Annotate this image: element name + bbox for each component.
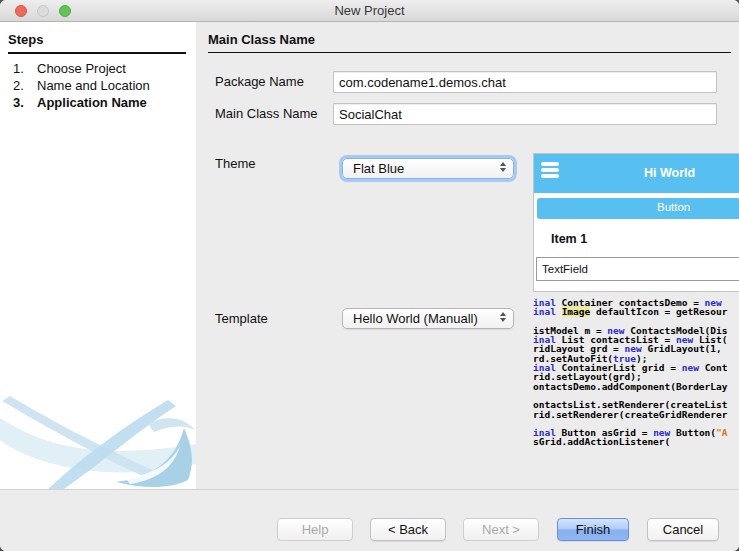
preview-title: Hi World [644,166,695,180]
select-stepper-icon [500,312,506,322]
steps-list: 1.Choose Project2.Name and Location3.App… [0,60,196,111]
step-label: Application Name [26,95,147,110]
main-class-name-input[interactable] [333,103,717,125]
next-button: Next > [463,518,539,541]
help-button: Help [277,518,353,541]
steps-heading: Steps [8,32,186,54]
steps-sidebar: Steps 1.Choose Project2.Name and Locatio… [0,22,196,489]
template-code-preview: inal Container contactsDemo = new inal I… [533,298,739,448]
code-line: rid.setRenderer(createGridRenderer [533,410,739,419]
package-name-input[interactable] [333,71,717,93]
preview-textfield: TextField [536,257,739,281]
step-number: 1. [0,61,26,76]
theme-select[interactable]: Flat Blue [342,158,514,179]
template-select[interactable]: Hello World (Manuall) [342,308,514,329]
wizard-step-2: 2.Name and Location [0,77,196,94]
window-title: New Project [0,3,739,18]
wizard-step-1: 1.Choose Project [0,60,196,77]
theme-select-value: Flat Blue [353,161,404,176]
new-project-dialog: New Project Steps 1.Choose Project2.Name… [0,0,739,551]
cancel-button[interactable]: Cancel [647,518,719,541]
step-label: Choose Project [26,61,126,76]
back-button[interactable]: < Back [370,518,446,541]
wizard-main-panel: Main Class Name Package Name Main Class … [196,22,739,489]
template-select-value: Hello World (Manuall) [353,311,478,326]
step-number: 3. [0,95,26,110]
select-stepper-icon [500,162,506,172]
finish-button[interactable]: Finish [557,518,629,541]
code-line: ontactsDemo.addComponent(BorderLay [533,382,739,391]
panel-heading: Main Class Name [208,32,731,53]
preview-button: Button [537,198,739,219]
preview-titlebar: Hi World [534,154,739,193]
decorative-swoosh [0,384,196,489]
preview-list-item: Item 1 [551,232,587,246]
step-label: Name and Location [26,78,150,93]
theme-label: Theme [215,156,255,171]
step-number: 2. [0,78,26,93]
wizard-step-3: 3.Application Name [0,94,196,111]
code-line: inal Image defaultIcon = getResour [533,307,739,316]
template-label: Template [215,311,268,326]
code-line: sGrid.addActionListener( [533,437,739,446]
package-name-label: Package Name [215,74,304,89]
hamburger-menu-icon [541,162,559,180]
theme-preview-image: Hi World Button Item 1 TextField [533,153,739,292]
main-class-name-label: Main Class Name [215,106,318,121]
preview-button-label: Button [657,201,690,213]
wizard-button-bar: Help< BackNext >FinishCancel [0,489,739,551]
title-bar: New Project [0,0,739,22]
